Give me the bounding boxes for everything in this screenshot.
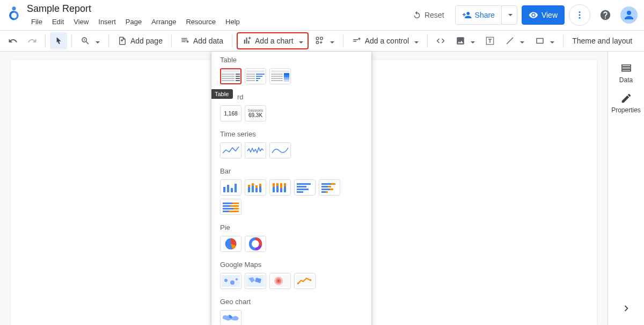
chart-option-timeseries-smooth[interactable] [269,142,291,158]
svg-rect-33 [271,76,283,77]
chart-option-map-bubble[interactable] [220,273,241,289]
add-chart-dropdown: Table Table rd 1,168 Sessions 69.3K [211,52,371,325]
right-panel: Data Properties [608,52,644,325]
view-button[interactable]: View [522,5,565,25]
chart-option-bar-100stacked-horizontal[interactable] [220,199,241,215]
svg-rect-7 [316,37,319,40]
help-button[interactable] [595,4,616,26]
chart-option-map-line[interactable] [294,273,316,289]
share-dropdown-button[interactable] [501,5,517,25]
eye-icon [529,10,538,20]
add-data-button[interactable]: Add data [176,32,228,49]
chart-option-bar-stacked-column[interactable] [245,179,266,196]
svg-rect-19 [222,80,235,81]
reset-button[interactable]: Reset [406,5,451,25]
svg-rect-13 [222,74,235,75]
community-viz-button[interactable] [311,32,339,49]
chart-option-table[interactable] [220,68,241,84]
user-avatar[interactable] [620,6,638,24]
undo-icon [413,11,421,19]
expand-panel-button[interactable] [608,298,644,319]
menu-page[interactable]: Page [121,16,146,28]
menu-edit[interactable]: Edit [48,16,68,28]
more-vert-icon [575,10,584,20]
add-chart-button[interactable]: Add a chart [237,32,309,49]
add-page-button[interactable]: Add page [113,32,167,49]
svg-rect-37 [271,80,283,81]
svg-rect-24 [246,76,255,77]
more-options-button[interactable] [569,4,590,26]
chart-option-bar-100stacked-column[interactable] [269,179,291,196]
svg-rect-91 [297,283,299,284]
chart-tooltip: Table [211,89,233,99]
person-add-icon [462,10,472,20]
chart-option-map-heatmap[interactable] [269,273,291,289]
svg-rect-36 [284,77,289,80]
cursor-icon [54,37,63,45]
chart-option-donut[interactable] [245,236,266,252]
properties-panel-tab[interactable]: Properties [608,88,644,118]
undo-button[interactable] [4,32,21,49]
data-panel-tab[interactable]: Data [608,58,644,88]
section-label-scorecard: rd [237,93,363,101]
menu-help[interactable]: Help [221,16,244,28]
chart-option-timeseries[interactable] [220,142,241,158]
svg-rect-32 [284,73,289,75]
chart-option-table-bars[interactable] [245,68,266,84]
chart-option-pie[interactable] [220,236,241,252]
svg-rect-65 [321,186,328,187]
svg-point-82 [224,279,228,282]
redo-button[interactable] [24,32,41,49]
chart-option-bar-column[interactable] [220,179,241,196]
svg-rect-70 [326,191,328,193]
text-icon [485,36,495,46]
svg-point-6 [627,11,631,15]
menu-insert[interactable]: Insert [94,16,120,28]
svg-rect-50 [259,184,261,186]
chart-option-map-filled[interactable] [245,273,266,289]
share-button[interactable]: Share [455,5,502,25]
help-icon [599,9,611,21]
zoom-tool[interactable] [76,32,104,49]
menu-file[interactable]: File [27,16,47,28]
image-icon [456,36,465,46]
menu-resource[interactable]: Resource [181,16,220,28]
menu-arrange[interactable]: Arrange [147,16,180,28]
svg-rect-40 [227,185,229,192]
svg-rect-58 [284,183,286,186]
svg-rect-61 [297,189,309,190]
shape-button[interactable] [531,32,559,49]
rect-icon [535,36,545,46]
document-title[interactable]: Sample Report [27,3,406,15]
svg-rect-60 [297,186,306,187]
chart-option-geochart[interactable] [220,310,241,325]
chart-option-bar-stacked-horizontal[interactable] [319,179,340,196]
svg-rect-14 [236,74,240,75]
embed-button[interactable] [432,32,449,49]
chart-option-timeseries-sparkline[interactable] [245,142,266,158]
svg-rect-67 [321,189,330,190]
chart-option-bar-horizontal[interactable] [294,179,316,196]
chart-option-scorecard-compact[interactable]: Sessions 69.3K [245,105,266,121]
chart-option-scorecard[interactable]: 1,168 [220,105,241,121]
edit-icon [620,92,632,104]
select-tool[interactable] [50,32,67,49]
svg-rect-42 [235,184,237,192]
svg-point-84 [236,278,238,280]
section-label-bar: Bar [220,167,363,175]
chart-option-table-heatmap[interactable] [269,68,291,84]
svg-rect-11 [537,39,543,44]
add-control-button[interactable]: Add a control [348,32,423,49]
svg-rect-76 [233,208,239,210]
image-button[interactable] [451,32,479,49]
svg-point-9 [316,41,319,44]
section-label-table: Table [220,56,363,64]
svg-rect-81 [222,275,240,287]
svg-rect-28 [246,80,255,81]
line-button[interactable] [501,32,529,49]
theme-layout-button[interactable]: Theme and layout [568,32,636,49]
svg-rect-48 [255,185,258,188]
svg-rect-66 [328,186,331,187]
menu-view[interactable]: View [69,16,93,28]
text-button[interactable] [481,32,499,49]
